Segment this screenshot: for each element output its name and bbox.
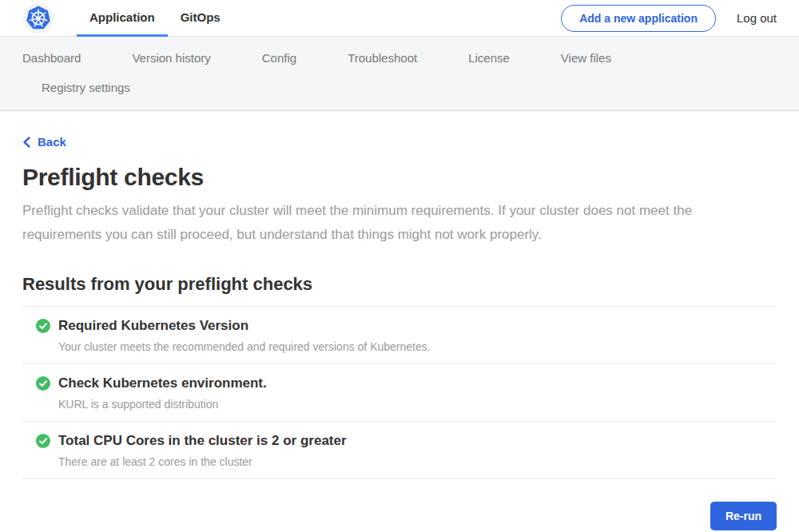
check-text: Check Kubernetes environment. KURL is a …: [58, 375, 267, 411]
logout-link[interactable]: Log out: [737, 11, 777, 25]
subnav-item-license[interactable]: License: [468, 43, 510, 73]
subnav-item-view-files[interactable]: View files: [561, 43, 611, 73]
check-pass-icon: [36, 319, 50, 333]
results-heading: Results from your preflight checks: [22, 274, 777, 295]
preflight-check-row: Total CPU Cores in the cluster is 2 or g…: [22, 422, 777, 479]
page-footer: Re-run: [22, 502, 777, 530]
check-text: Total CPU Cores in the cluster is 2 or g…: [58, 433, 347, 468]
check-title: Check Kubernetes environment.: [58, 375, 267, 391]
back-link[interactable]: Back: [22, 135, 66, 149]
subnav-item-troubleshoot[interactable]: Troubleshoot: [348, 43, 417, 73]
check-pass-icon: [36, 376, 50, 391]
subnav-item-config[interactable]: Config: [262, 43, 296, 73]
check-message: KURL is a supported distribution: [58, 398, 267, 411]
primary-tabs: Application GitOps: [77, 0, 233, 36]
add-application-button[interactable]: Add a new application: [561, 5, 716, 32]
top-navbar: Application GitOps Add a new application…: [0, 0, 799, 37]
preflight-check-row: Required Kubernetes Version Your cluster…: [22, 306, 777, 364]
app-subnav: Dashboard Version history Config Trouble…: [0, 37, 799, 111]
kubernetes-logo-icon: [22, 2, 54, 34]
page-description: Preflight checks validate that your clus…: [22, 199, 757, 247]
page-title: Preflight checks: [22, 164, 777, 191]
check-pass-icon: [36, 434, 50, 448]
subnav-item-registry-settings[interactable]: Registry settings: [42, 73, 130, 102]
check-message: There are at least 2 cores in the cluste…: [58, 455, 347, 468]
check-message: Your cluster meets the recommended and r…: [58, 340, 431, 353]
rerun-button[interactable]: Re-run: [710, 502, 777, 530]
navbar-right: Add a new application Log out: [561, 0, 777, 36]
check-title: Required Kubernetes Version: [58, 318, 431, 334]
subnav-item-dashboard[interactable]: Dashboard: [22, 43, 81, 73]
preflight-results-list: Required Kubernetes Version Your cluster…: [22, 306, 777, 479]
chevron-left-icon: [22, 137, 31, 148]
kubernetes-logo: [22, 0, 54, 36]
preflight-check-row: Check Kubernetes environment. KURL is a …: [22, 364, 777, 422]
check-text: Required Kubernetes Version Your cluster…: [58, 318, 431, 353]
check-title: Total CPU Cores in the cluster is 2 or g…: [58, 433, 347, 449]
back-label: Back: [38, 135, 66, 149]
tab-application[interactable]: Application: [77, 0, 168, 37]
preflight-page: Back Preflight checks Preflight checks v…: [0, 111, 799, 530]
tab-gitops[interactable]: GitOps: [168, 0, 233, 37]
subnav-item-version-history[interactable]: Version history: [132, 43, 210, 73]
